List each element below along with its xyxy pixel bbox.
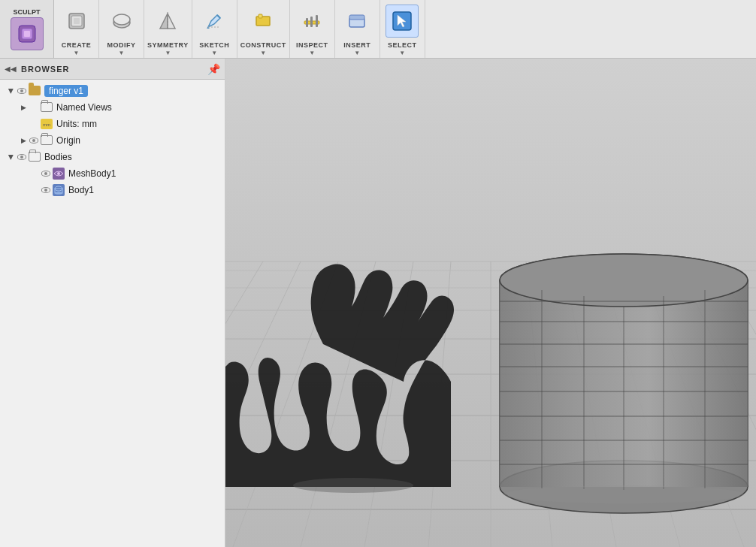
svg-marker-8 (160, 14, 168, 29)
sculpt-section: SCULPT (0, 0, 54, 58)
create-section: CREATE ▼ (54, 0, 99, 58)
tree-label-origin: Origin (56, 135, 80, 146)
browser-pin-btn[interactable]: 📌 (207, 63, 220, 75)
inspect-btn[interactable] (295, 5, 328, 38)
create-label: CREATE (62, 41, 91, 49)
svg-point-7 (113, 14, 130, 25)
modify-label: MODIFY (107, 41, 136, 49)
tree-label-meshbody1: MeshBody1 (68, 168, 116, 179)
browser-collapse-btn[interactable]: ◀◀ (5, 65, 17, 73)
tree-label-bodies: Bodies (44, 152, 72, 162)
symmetry-section: SYMMETRY ▼ (144, 0, 192, 58)
tree-item-root[interactable]: ▶ finger v1 (0, 83, 225, 99)
modify-arrow[interactable]: ▼ (102, 49, 141, 56)
create-btn[interactable] (60, 5, 93, 38)
svg-rect-17 (316, 15, 318, 27)
tree-arrow-root[interactable]: ▶ (6, 86, 17, 96)
select-label: SELECT (388, 41, 417, 49)
tree-arrow-bodies[interactable]: ▶ (6, 152, 17, 162)
construct-btn[interactable] (246, 5, 280, 38)
tree-label-units: Units: mm (56, 119, 97, 129)
insert-section: INSERT ▼ (335, 0, 380, 58)
svg-rect-13 (259, 14, 262, 18)
svg-rect-15 (306, 18, 308, 27)
folder-icon-origin (41, 135, 53, 146)
folder-icon-bodies (29, 152, 41, 162)
svg-rect-16 (310, 17, 313, 27)
browser-panel: ◀◀ BROWSER 📌 ▶ finger v1 ▶ (0, 59, 225, 547)
svg-point-25 (57, 172, 60, 175)
browser-tree: ▶ finger v1 ▶ Named Views (0, 80, 225, 547)
sculpt-icon-btn[interactable] (11, 17, 44, 50)
sculpt-label: SCULPT (14, 8, 41, 16)
sketch-btn[interactable] (198, 5, 231, 38)
symmetry-label: SYMMETRY (147, 41, 189, 49)
svg-rect-2 (24, 31, 30, 37)
tree-label-root: finger v1 (44, 85, 88, 97)
symmetry-arrow[interactable]: ▼ (147, 49, 189, 56)
browser-title: BROWSER (21, 65, 203, 74)
svg-rect-19 (349, 15, 364, 20)
sketch-arrow[interactable]: ▼ (195, 49, 234, 56)
folder-icon-root (29, 86, 41, 96)
viewport-scene (225, 59, 756, 547)
body-icon (53, 184, 65, 196)
tree-item-body1[interactable]: Body1 (0, 182, 225, 198)
tree-label-named-views: Named Views (56, 102, 112, 113)
tree-item-origin[interactable]: ▶ Origin (0, 132, 225, 149)
construct-section: CONSTRUCT ▼ (237, 0, 290, 58)
tree-item-bodies[interactable]: ▶ Bodies (0, 149, 225, 165)
eye-origin[interactable] (29, 135, 39, 146)
svg-point-53 (293, 478, 413, 493)
units-icon: mm (41, 119, 53, 129)
mesh-icon (53, 168, 65, 180)
insert-btn[interactable] (340, 5, 373, 38)
inspect-arrow[interactable]: ▼ (293, 49, 331, 56)
svg-point-73 (503, 485, 744, 503)
tree-item-units[interactable]: mm Units: mm (0, 116, 225, 132)
folder-icon-named-views (41, 102, 53, 113)
symmetry-btn[interactable] (151, 5, 184, 38)
tree-item-meshbody1[interactable]: MeshBody1 (0, 165, 225, 182)
svg-text:mm: mm (43, 122, 50, 127)
svg-rect-5 (74, 18, 80, 24)
modify-btn[interactable] (105, 5, 138, 38)
inspect-section: INSPECT ▼ (290, 0, 335, 58)
viewport[interactable] (225, 59, 756, 547)
tree-arrow-named-views[interactable]: ▶ (18, 102, 29, 113)
select-section: SELECT ▼ (380, 0, 425, 58)
main-area: ◀◀ BROWSER 📌 ▶ finger v1 ▶ (0, 59, 756, 547)
tree-arrow-origin[interactable]: ▶ (18, 135, 29, 146)
construct-label: CONSTRUCT (240, 41, 286, 49)
sketch-label: SKETCH (199, 41, 229, 49)
eye-bodies[interactable] (17, 152, 27, 162)
browser-header: ◀◀ BROWSER 📌 (0, 59, 225, 80)
eye-meshbody1[interactable] (41, 168, 51, 179)
cylinder-body (500, 254, 748, 513)
toolbar: SCULPT CREATE ▼ (0, 0, 756, 59)
eye-body1[interactable] (41, 185, 51, 195)
inspect-label: INSPECT (296, 41, 328, 49)
construct-arrow[interactable]: ▼ (240, 49, 286, 56)
modify-section: MODIFY ▼ (99, 0, 144, 58)
tree-item-named-views[interactable]: ▶ Named Views (0, 99, 225, 116)
tree-label-body1: Body1 (68, 185, 94, 195)
insert-label: INSERT (343, 41, 370, 49)
svg-point-29 (55, 192, 62, 195)
select-btn[interactable] (386, 5, 419, 38)
svg-marker-9 (168, 14, 175, 29)
sketch-section: SKETCH ▼ (192, 0, 237, 58)
eye-root[interactable] (17, 86, 27, 96)
svg-point-59 (500, 254, 748, 307)
select-arrow[interactable]: ▼ (383, 49, 422, 56)
create-arrow[interactable]: ▼ (57, 49, 95, 56)
insert-arrow[interactable]: ▼ (338, 49, 376, 56)
